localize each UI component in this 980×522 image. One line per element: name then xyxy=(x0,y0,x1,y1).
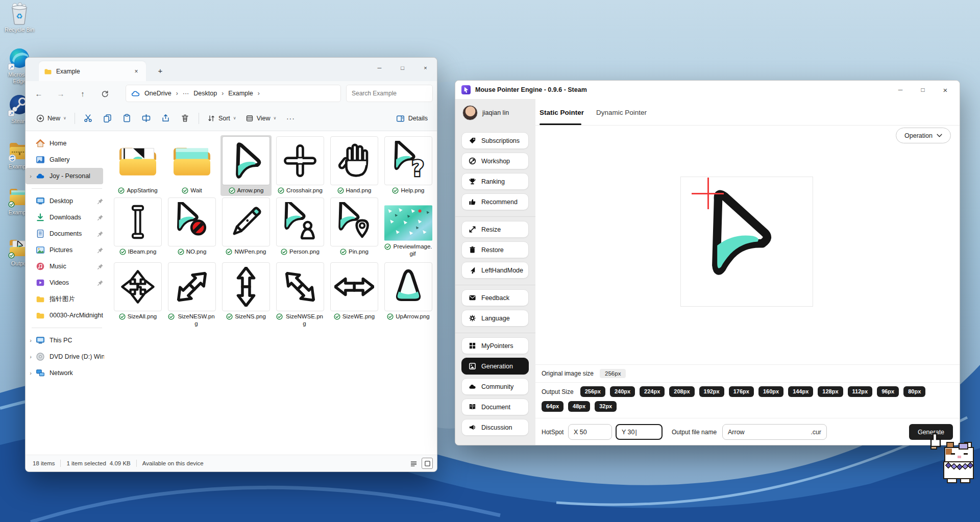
breadcrumb-item-onedrive[interactable]: OneDrive xyxy=(144,90,172,97)
file-no-png[interactable]: NO.png xyxy=(166,196,217,257)
file-sizenesw-png[interactable]: SizeNESW.png xyxy=(166,261,217,330)
size-chip-144px[interactable]: 144px xyxy=(788,386,813,397)
sidebar-item-pointer-images[interactable]: 指针图片 xyxy=(26,291,108,307)
search-input[interactable] xyxy=(347,85,432,102)
sidebar-item-pictures[interactable]: Pictures xyxy=(26,242,108,258)
pointer-preview-canvas[interactable] xyxy=(680,177,813,307)
maximize-button[interactable]: □ xyxy=(912,81,934,99)
sidebar-item-arcmidnight[interactable]: 00030-ArcMidnight xyxy=(26,307,108,324)
more-options-button[interactable]: ··· xyxy=(281,109,300,128)
sidebar-item-documents[interactable]: Documents xyxy=(26,226,108,242)
sidebar-item-joy-personal[interactable]: › Joy - Personal xyxy=(26,168,103,184)
sidebar-item-mypointers[interactable]: MyPointers xyxy=(461,337,529,354)
size-chip-240px[interactable]: 240px xyxy=(610,386,635,397)
new-tab-button[interactable]: + xyxy=(153,64,167,78)
size-chip-32px[interactable]: 32px xyxy=(595,401,617,412)
sidebar-item-language[interactable]: Language xyxy=(461,310,529,327)
operation-dropdown[interactable]: Operation xyxy=(896,128,951,143)
size-chip-208px[interactable]: 208px xyxy=(669,386,694,397)
file-nwpen-png[interactable]: NWPen.png xyxy=(220,196,272,257)
sidebar-item-document[interactable]: Document xyxy=(461,399,529,415)
size-chip-160px[interactable]: 160px xyxy=(758,386,783,397)
refresh-button[interactable] xyxy=(96,85,113,102)
output-file-name-input[interactable]: Arrow .cur xyxy=(722,424,827,440)
sidebar-item-generation[interactable]: Generation xyxy=(461,358,529,375)
file-sizenwse-png[interactable]: SizeNWSE.png xyxy=(275,261,326,330)
sidebar-item-ranking[interactable]: Ranking xyxy=(461,173,529,190)
chevron-right-icon[interactable]: › xyxy=(26,173,36,179)
file-appstarting[interactable]: AppStarting xyxy=(112,135,163,196)
sidebar-item-resize[interactable]: Resize xyxy=(461,221,529,238)
file-person-png[interactable]: Person.png xyxy=(275,196,326,257)
hotspot-y-input[interactable]: Y 30| xyxy=(616,424,663,440)
maximize-button[interactable]: □ xyxy=(391,58,414,78)
sidebar-item-network[interactable]: › Network xyxy=(26,365,108,381)
desktop-icon-recycle-bin[interactable]: ♻ Recycle Bin xyxy=(1,2,38,33)
sidebar-item-home[interactable]: Home xyxy=(26,135,108,152)
sort-button[interactable]: Sort ∨ xyxy=(203,109,241,128)
sidebar-item-this-pc[interactable]: › This PC xyxy=(26,332,108,349)
bread crumb-item-more[interactable]: ··· xyxy=(183,90,189,97)
file-uparrow-png[interactable]: UpArrow.png xyxy=(383,261,434,322)
chevron-right-icon[interactable]: › xyxy=(26,354,36,360)
sidebar-item-discussion[interactable]: Discussion xyxy=(461,419,529,436)
new-button[interactable]: New ∨ xyxy=(32,109,71,128)
file-help-png[interactable]: Help.png xyxy=(383,135,434,196)
hotspot-x-input[interactable]: X 50 xyxy=(568,424,612,440)
sidebar-item-lefthandmode[interactable]: LeftHandMode xyxy=(461,262,529,279)
up-button[interactable]: ↑ xyxy=(74,85,91,102)
file-pin-png[interactable]: Pin.png xyxy=(329,196,380,257)
sidebar-item-gallery[interactable]: Gallery xyxy=(26,152,108,168)
file-crosshair-png[interactable]: Crosshair.png xyxy=(275,135,326,196)
tab-static-pointer[interactable]: Static Pointer xyxy=(540,99,584,126)
file-sizeall-png[interactable]: SizeAll.png xyxy=(112,261,163,322)
sidebar-item-dvd-drive[interactable]: › DVD Drive (D:) Win xyxy=(26,349,108,365)
explorer-tab-example[interactable]: Example × xyxy=(39,61,146,81)
sidebar-item-restore[interactable]: Restore xyxy=(461,241,529,258)
file-sizewe-png[interactable]: SizeWE.png xyxy=(329,261,380,322)
view-button[interactable]: View ∨ xyxy=(241,109,281,128)
file-sizens-png[interactable]: SizeNS.png xyxy=(220,261,272,322)
file-ibeam-png[interactable]: IBeam.png xyxy=(112,196,163,257)
size-chip-256px[interactable]: 256px xyxy=(580,386,605,397)
list-view-button[interactable] xyxy=(408,458,419,469)
breadcrumb-item-desktop[interactable]: Desktop xyxy=(193,90,217,97)
chevron-right-icon[interactable]: › xyxy=(26,370,36,376)
copy-button[interactable] xyxy=(98,109,117,128)
size-chip-80px[interactable]: 80px xyxy=(903,386,925,397)
rename-button[interactable] xyxy=(137,109,156,128)
paste-button[interactable] xyxy=(117,109,137,128)
sidebar-item-recommend[interactable]: Recommend xyxy=(461,193,529,210)
breadcrumb-item-example[interactable]: Example xyxy=(228,90,253,97)
size-chip-48px[interactable]: 48px xyxy=(568,401,590,412)
sidebar-item-music[interactable]: Music xyxy=(26,258,108,275)
back-button[interactable]: ← xyxy=(30,85,47,102)
sidebar-item-downloads[interactable]: Downloads xyxy=(26,209,108,226)
size-chip-64px[interactable]: 64px xyxy=(542,401,564,412)
size-chip-128px[interactable]: 128px xyxy=(818,386,843,397)
sidebar-item-feedback[interactable]: Feedback xyxy=(461,289,529,306)
chevron-right-icon[interactable]: › xyxy=(26,337,36,343)
sidebar-item-subscriptions[interactable]: Subscriptions xyxy=(461,132,529,149)
size-chip-192px[interactable]: 192px xyxy=(699,386,724,397)
size-chip-112px[interactable]: 112px xyxy=(848,386,873,397)
sidebar-item-community[interactable]: Community xyxy=(461,378,529,395)
size-chip-176px[interactable]: 176px xyxy=(729,386,754,397)
close-button[interactable]: × xyxy=(414,58,437,78)
search-box[interactable] xyxy=(346,85,433,102)
share-button[interactable] xyxy=(156,109,176,128)
file-previewimage-gif[interactable]: PreviewImage.gif xyxy=(383,196,434,260)
cut-button[interactable] xyxy=(79,109,98,128)
sidebar-item-desktop[interactable]: Desktop xyxy=(26,193,108,209)
thumbnail-view-button[interactable] xyxy=(422,458,433,469)
minimize-button[interactable]: ─ xyxy=(368,58,391,78)
tab-dynamic-pointer[interactable]: Dynamic Pointer xyxy=(596,99,647,126)
file-hand-png[interactable]: Hand.png xyxy=(329,135,380,196)
delete-button[interactable] xyxy=(176,109,195,128)
file-wait[interactable]: Wait xyxy=(166,135,217,196)
details-button[interactable]: Details xyxy=(396,106,428,131)
size-chip-96px[interactable]: 96px xyxy=(877,386,899,397)
file-arrow-png[interactable]: Arrow.png xyxy=(220,135,272,196)
close-button[interactable]: × xyxy=(934,81,957,99)
tab-close-icon[interactable]: × xyxy=(132,67,141,76)
